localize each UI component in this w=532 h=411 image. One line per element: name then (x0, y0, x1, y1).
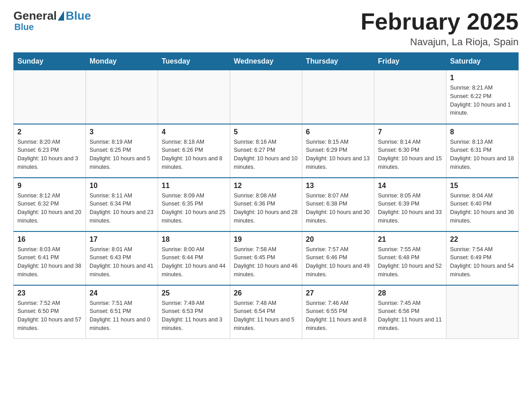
day-info: Sunrise: 7:54 AMSunset: 6:49 PMDaylight:… (450, 245, 515, 279)
calendar-week-row: 2Sunrise: 8:20 AMSunset: 6:23 PMDaylight… (14, 124, 519, 178)
day-info: Sunrise: 7:48 AMSunset: 6:54 PMDaylight:… (234, 299, 298, 333)
calendar-cell: 23Sunrise: 7:52 AMSunset: 6:50 PMDayligh… (14, 285, 86, 339)
calendar-cell: 25Sunrise: 7:49 AMSunset: 6:53 PMDayligh… (158, 285, 230, 339)
calendar-cell: 13Sunrise: 8:07 AMSunset: 6:38 PMDayligh… (302, 178, 374, 231)
logo-blue: Blue (66, 9, 91, 23)
logo-triangle-icon (58, 11, 64, 21)
day-number: 8 (450, 128, 515, 136)
day-info: Sunrise: 8:21 AMSunset: 6:22 PMDaylight:… (450, 84, 515, 117)
calendar-cell: 5Sunrise: 8:16 AMSunset: 6:27 PMDaylight… (230, 124, 302, 178)
calendar-cell: 12Sunrise: 8:08 AMSunset: 6:36 PMDayligh… (230, 178, 302, 231)
day-number: 16 (17, 235, 82, 244)
calendar-cell: 1Sunrise: 8:21 AMSunset: 6:22 PMDaylight… (446, 70, 519, 124)
header-wednesday: Wednesday (230, 53, 302, 70)
calendar-cell (302, 70, 374, 124)
day-info: Sunrise: 8:09 AMSunset: 6:35 PMDaylight:… (162, 192, 226, 225)
day-number: 9 (17, 182, 82, 190)
logo-general: General (13, 9, 57, 23)
day-info: Sunrise: 8:07 AMSunset: 6:38 PMDaylight:… (306, 192, 370, 225)
calendar-week-row: 23Sunrise: 7:52 AMSunset: 6:50 PMDayligh… (14, 285, 519, 339)
calendar-cell: 2Sunrise: 8:20 AMSunset: 6:23 PMDaylight… (14, 124, 86, 178)
day-number: 7 (378, 128, 442, 136)
day-number: 15 (450, 182, 515, 190)
calendar-cell: 28Sunrise: 7:45 AMSunset: 6:56 PMDayligh… (374, 285, 446, 339)
day-number: 14 (378, 182, 442, 190)
calendar-cell: 14Sunrise: 8:05 AMSunset: 6:39 PMDayligh… (374, 178, 446, 231)
day-number: 26 (234, 289, 298, 297)
header-tuesday: Tuesday (158, 53, 230, 70)
day-info: Sunrise: 8:13 AMSunset: 6:31 PMDaylight:… (450, 138, 515, 171)
day-info: Sunrise: 8:11 AMSunset: 6:34 PMDaylight:… (90, 192, 154, 225)
calendar-table: Sunday Monday Tuesday Wednesday Thursday… (13, 52, 519, 339)
calendar-cell: 8Sunrise: 8:13 AMSunset: 6:31 PMDaylight… (446, 124, 519, 178)
day-info: Sunrise: 8:14 AMSunset: 6:30 PMDaylight:… (378, 138, 442, 171)
header-sunday: Sunday (14, 53, 86, 70)
calendar-cell: 18Sunrise: 8:00 AMSunset: 6:44 PMDayligh… (158, 231, 230, 285)
title-section: February 2025 Navajun, La Rioja, Spain (360, 9, 519, 48)
day-info: Sunrise: 7:46 AMSunset: 6:55 PMDaylight:… (306, 299, 370, 333)
logo-subtitle-blue: Blue (14, 22, 34, 32)
calendar-cell: 10Sunrise: 8:11 AMSunset: 6:34 PMDayligh… (86, 178, 158, 231)
day-number: 27 (306, 289, 370, 297)
day-number: 21 (378, 235, 442, 244)
day-number: 3 (90, 128, 154, 136)
header-monday: Monday (86, 53, 158, 70)
header-saturday: Saturday (446, 53, 519, 70)
calendar-cell: 15Sunrise: 8:04 AMSunset: 6:40 PMDayligh… (446, 178, 519, 231)
calendar-cell: 9Sunrise: 8:12 AMSunset: 6:32 PMDaylight… (14, 178, 86, 231)
calendar-cell: 21Sunrise: 7:55 AMSunset: 6:48 PMDayligh… (374, 231, 446, 285)
page-header: General Blue Blue February 2025 Navajun,… (13, 9, 519, 48)
day-info: Sunrise: 8:08 AMSunset: 6:36 PMDaylight:… (234, 192, 298, 225)
calendar-cell: 17Sunrise: 8:01 AMSunset: 6:43 PMDayligh… (86, 231, 158, 285)
day-number: 13 (306, 182, 370, 190)
logo: General Blue Blue (13, 9, 91, 32)
calendar-week-row: 9Sunrise: 8:12 AMSunset: 6:32 PMDaylight… (14, 178, 519, 231)
calendar-cell: 6Sunrise: 8:15 AMSunset: 6:29 PMDaylight… (302, 124, 374, 178)
calendar-cell (446, 285, 519, 339)
calendar-subtitle: Navajun, La Rioja, Spain (360, 36, 519, 48)
calendar-week-row: 1Sunrise: 8:21 AMSunset: 6:22 PMDaylight… (14, 70, 519, 124)
calendar-cell: 24Sunrise: 7:51 AMSunset: 6:51 PMDayligh… (86, 285, 158, 339)
day-number: 24 (90, 289, 154, 297)
day-info: Sunrise: 8:03 AMSunset: 6:41 PMDaylight:… (17, 245, 82, 279)
day-info: Sunrise: 8:20 AMSunset: 6:23 PMDaylight:… (17, 138, 82, 171)
day-number: 20 (306, 235, 370, 244)
header-friday: Friday (374, 53, 446, 70)
day-info: Sunrise: 8:18 AMSunset: 6:26 PMDaylight:… (162, 138, 226, 171)
day-info: Sunrise: 7:52 AMSunset: 6:50 PMDaylight:… (17, 299, 82, 333)
calendar-title: February 2025 (360, 9, 519, 34)
calendar-cell: 22Sunrise: 7:54 AMSunset: 6:49 PMDayligh… (446, 231, 519, 285)
day-info: Sunrise: 8:12 AMSunset: 6:32 PMDaylight:… (17, 192, 82, 225)
day-number: 11 (162, 182, 226, 190)
day-info: Sunrise: 8:19 AMSunset: 6:25 PMDaylight:… (90, 138, 154, 171)
calendar-cell (86, 70, 158, 124)
day-info: Sunrise: 8:00 AMSunset: 6:44 PMDaylight:… (162, 245, 226, 279)
calendar-cell (158, 70, 230, 124)
day-number: 12 (234, 182, 298, 190)
calendar-cell (14, 70, 86, 124)
calendar-cell: 11Sunrise: 8:09 AMSunset: 6:35 PMDayligh… (158, 178, 230, 231)
day-info: Sunrise: 7:55 AMSunset: 6:48 PMDaylight:… (378, 245, 442, 279)
day-info: Sunrise: 7:51 AMSunset: 6:51 PMDaylight:… (90, 299, 154, 333)
day-info: Sunrise: 7:57 AMSunset: 6:46 PMDaylight:… (306, 245, 370, 279)
day-number: 4 (162, 128, 226, 136)
day-number: 17 (90, 235, 154, 244)
header-thursday: Thursday (302, 53, 374, 70)
calendar-cell: 19Sunrise: 7:58 AMSunset: 6:45 PMDayligh… (230, 231, 302, 285)
day-info: Sunrise: 8:15 AMSunset: 6:29 PMDaylight:… (306, 138, 370, 171)
calendar-cell: 3Sunrise: 8:19 AMSunset: 6:25 PMDaylight… (86, 124, 158, 178)
day-number: 1 (450, 74, 515, 82)
day-number: 2 (17, 128, 82, 136)
day-number: 10 (90, 182, 154, 190)
day-number: 23 (17, 289, 82, 297)
day-info: Sunrise: 8:05 AMSunset: 6:39 PMDaylight:… (378, 192, 442, 225)
calendar-cell: 27Sunrise: 7:46 AMSunset: 6:55 PMDayligh… (302, 285, 374, 339)
calendar-cell (374, 70, 446, 124)
day-info: Sunrise: 7:49 AMSunset: 6:53 PMDaylight:… (162, 299, 226, 333)
day-number: 6 (306, 128, 370, 136)
day-info: Sunrise: 7:45 AMSunset: 6:56 PMDaylight:… (378, 299, 442, 333)
calendar-week-row: 16Sunrise: 8:03 AMSunset: 6:41 PMDayligh… (14, 231, 519, 285)
day-info: Sunrise: 8:04 AMSunset: 6:40 PMDaylight:… (450, 192, 515, 225)
day-number: 18 (162, 235, 226, 244)
day-number: 19 (234, 235, 298, 244)
